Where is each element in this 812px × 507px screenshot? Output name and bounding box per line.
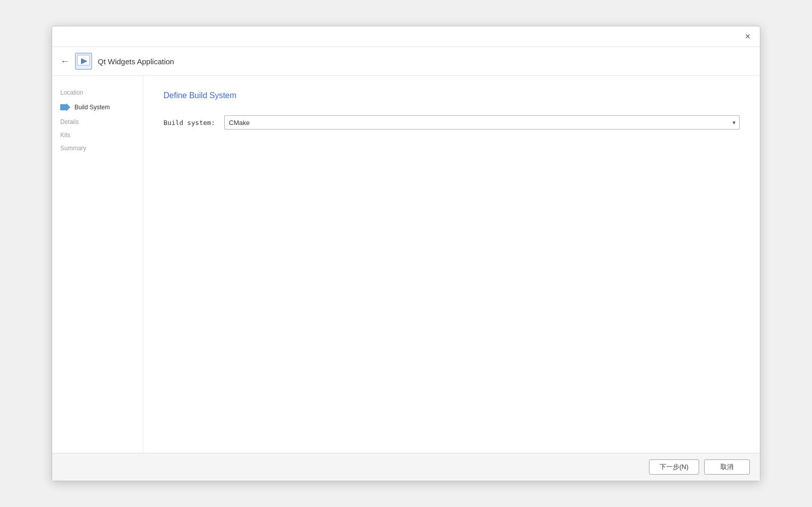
- sidebar: Location Build System Details Kits Summa…: [52, 76, 143, 453]
- build-system-select-wrapper: CMake qmake Qbs ▼: [224, 115, 740, 130]
- dialog-footer: 下一步(N) 取消: [52, 453, 760, 481]
- active-arrow-icon: [60, 102, 70, 112]
- build-system-row: Build system: CMake qmake Qbs ▼: [164, 115, 740, 130]
- kits-label: Kits: [60, 132, 70, 139]
- main-content: Define Build System Build system: CMake …: [143, 76, 760, 453]
- build-system-field-label: Build system:: [164, 119, 224, 126]
- close-icon: ×: [745, 31, 751, 42]
- next-button[interactable]: 下一步(N): [649, 459, 699, 475]
- build-system-label: Build System: [74, 104, 110, 111]
- close-button[interactable]: ×: [741, 29, 755, 44]
- section-title: Define Build System: [164, 91, 740, 100]
- sidebar-item-location[interactable]: Location: [52, 86, 143, 99]
- dialog-body: Location Build System Details Kits Summa…: [52, 76, 760, 453]
- details-label: Details: [60, 118, 79, 125]
- wizard-dialog: × ← Qt Widgets Application Location: [52, 26, 760, 481]
- summary-label: Summary: [60, 145, 86, 152]
- cancel-button[interactable]: 取消: [704, 459, 750, 475]
- sidebar-item-kits[interactable]: Kits: [52, 129, 143, 142]
- titlebar: ×: [52, 26, 760, 47]
- back-button[interactable]: ←: [60, 56, 69, 67]
- wizard-icon: [74, 52, 93, 70]
- dialog-title: Qt Widgets Application: [98, 57, 174, 66]
- location-label: Location: [60, 89, 83, 96]
- dialog-header: ← Qt Widgets Application: [52, 47, 760, 76]
- sidebar-item-summary[interactable]: Summary: [52, 142, 143, 155]
- cancel-label: 取消: [720, 463, 734, 471]
- sidebar-item-build-system[interactable]: Build System: [52, 99, 143, 115]
- svg-marker-3: [60, 103, 70, 111]
- sidebar-item-details[interactable]: Details: [52, 115, 143, 129]
- next-label: 下一步(N): [660, 463, 688, 471]
- back-icon: ←: [60, 56, 69, 67]
- build-system-select[interactable]: CMake qmake Qbs: [224, 115, 740, 130]
